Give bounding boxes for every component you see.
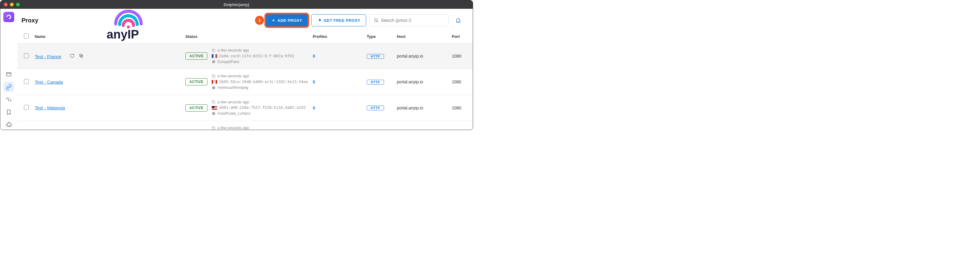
select-all-checkbox[interactable] (24, 33, 29, 38)
status-detail: a few seconds ago 2001:d08:228e:7557:f52… (212, 99, 305, 116)
maximize-window-button[interactable] (16, 3, 20, 6)
svg-point-6 (375, 19, 377, 22)
page-header: Proxy 1 ADD PROXY GET FREE PROXY (17, 9, 473, 30)
titlebar: Dolphin{anty} (0, 0, 473, 9)
fire-icon (317, 18, 322, 23)
table-row[interactable]: Test - Malaysia ACTIVE a few seconds ago… (17, 95, 473, 121)
page-title: Proxy (22, 17, 38, 24)
status-badge: ACTIVE (185, 53, 207, 60)
sidebar (0, 9, 17, 130)
port-cell: 1080 (449, 95, 473, 121)
host-cell: portal.anyip.io (394, 69, 449, 95)
profiles-count[interactable]: 0 (313, 105, 315, 110)
sidebar-browsers-icon[interactable] (3, 69, 14, 80)
type-pill: HTTP (367, 80, 384, 84)
table-row[interactable]: Test - Canada ACTIVE a few seconds ago 2… (17, 69, 473, 95)
profiles-count[interactable]: 0 (313, 54, 315, 59)
search-box[interactable] (370, 14, 449, 26)
svg-rect-0 (7, 72, 11, 76)
proxy-table-wrap: Name Status Profiles Type Host Port Test… (17, 30, 473, 130)
port-cell: 1080 (449, 121, 473, 130)
main-content: anyIP Proxy 1 ADD PROXY GET FREE PROXY (17, 9, 473, 130)
proxy-table: Name Status Profiles Type Host Port Test… (17, 30, 473, 130)
window-title: Dolphin{anty} (223, 2, 249, 7)
proxy-name-link[interactable]: Test - France (35, 54, 62, 59)
get-free-proxy-button[interactable]: GET FREE PROXY (311, 14, 366, 26)
sidebar-proxy-icon[interactable] (3, 82, 14, 92)
type-pill: HTTP (367, 54, 384, 59)
status-badge: ACTIVE (185, 104, 207, 112)
proxy-name-link[interactable]: Test - Canada (35, 80, 63, 84)
svg-line-7 (377, 21, 378, 22)
sidebar-automation-icon[interactable] (3, 94, 14, 105)
host-cell: portal.anyip.io (394, 95, 449, 121)
col-port: Port (449, 30, 473, 43)
status-detail: a few seconds ago 2605:59ca:10d8:b400:ac… (212, 73, 308, 90)
minimize-window-button[interactable] (10, 3, 14, 6)
port-cell: 1080 (449, 43, 473, 69)
search-icon (374, 18, 379, 23)
status-detail: a few seconds ago 2a04:cec0:11fe:8331:0:… (212, 48, 294, 65)
status-badge: ACTIVE (185, 78, 207, 86)
close-window-button[interactable] (4, 3, 8, 6)
col-profiles: Profiles (310, 30, 364, 43)
row-checkbox[interactable] (24, 105, 29, 110)
port-cell: 1080 (449, 69, 473, 95)
flag-icon (212, 54, 217, 58)
callout-badge: 1 (255, 16, 264, 25)
col-name: Name (32, 30, 183, 43)
app-logo[interactable] (3, 12, 14, 22)
plus-icon (271, 18, 275, 22)
sidebar-bookmarks-icon[interactable] (3, 107, 14, 117)
refresh-icon[interactable] (70, 53, 75, 58)
copy-icon[interactable] (79, 53, 84, 58)
status-detail: a few seconds ago 2a02:1808:204:7d5b:981… (212, 125, 305, 130)
profiles-count[interactable]: 0 (313, 80, 315, 84)
bell-icon (455, 17, 461, 23)
host-cell: portal.anyip.io (394, 43, 449, 69)
row-checkbox[interactable] (24, 79, 29, 84)
proxy-name-link[interactable]: Test - Malaysia (35, 105, 65, 110)
notifications-button[interactable] (452, 14, 464, 26)
window-controls (4, 3, 20, 6)
search-input[interactable] (381, 18, 445, 23)
col-host: Host (394, 30, 449, 43)
flag-icon (212, 80, 217, 84)
row-checkbox[interactable] (24, 53, 29, 58)
flag-icon (212, 106, 217, 110)
col-type: Type (364, 30, 394, 43)
type-pill: HTTP (367, 105, 384, 110)
col-status: Status (183, 30, 310, 43)
host-cell: portal.anyip.io (394, 121, 449, 130)
table-row[interactable]: Test - Belgium ACTIVE a few seconds ago … (17, 121, 473, 130)
sidebar-extensions-icon[interactable] (3, 120, 14, 130)
add-proxy-button[interactable]: ADD PROXY (266, 14, 308, 26)
app-window: Dolphin{anty} (0, 0, 473, 130)
table-row[interactable]: Test - France ACTIVE a few seconds ago 2… (17, 43, 473, 69)
